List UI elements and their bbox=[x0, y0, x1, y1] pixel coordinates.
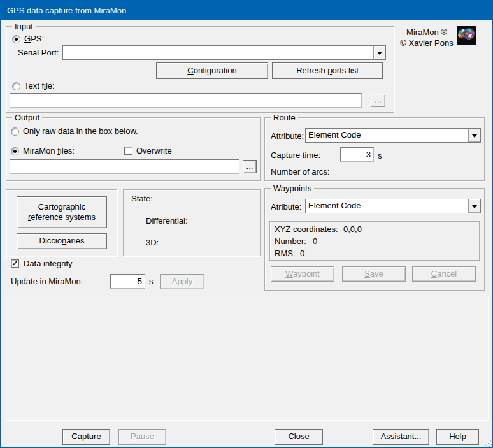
route-attribute-label: Attribute: bbox=[271, 131, 304, 141]
waypoints-group-title: Waypoints bbox=[271, 184, 314, 193]
browse-ellipsis-icon: ... bbox=[246, 161, 254, 171]
waypoint-button-label: Waypoint bbox=[285, 269, 320, 279]
overwrite-checkbox[interactable] bbox=[124, 147, 132, 155]
input-group-title: Input bbox=[12, 22, 36, 31]
refresh-ports-button[interactable]: Refresh ports list bbox=[272, 62, 383, 79]
help-button-label: Help bbox=[449, 431, 466, 442]
raw-data-radio[interactable] bbox=[11, 127, 19, 136]
rms-label: RMS: bbox=[275, 249, 296, 259]
threed-label: 3D: bbox=[146, 238, 159, 248]
miramon-files-radio-label[interactable]: MiraMon files: bbox=[23, 146, 75, 156]
text-file-input[interactable] bbox=[10, 93, 362, 108]
cartographic-reference-button-label: Cartographic reference systems bbox=[21, 202, 103, 223]
xyz-coordinates-label: XYZ coordinates: bbox=[275, 224, 338, 235]
state-label: State: bbox=[131, 194, 153, 204]
raw-data-radio-label[interactable]: Only raw data in the box below. bbox=[23, 126, 138, 136]
output-group-title: Output bbox=[12, 113, 42, 122]
chevron-down-icon bbox=[472, 205, 477, 211]
gps-radio-label[interactable]: GPS: bbox=[24, 34, 44, 44]
browse-ellipsis-icon: ... bbox=[375, 95, 382, 105]
gps-radio[interactable] bbox=[12, 35, 20, 43]
title-bar[interactable]: GPS data capture from MiraMon bbox=[1, 1, 492, 20]
capture-button-label: Capture bbox=[71, 431, 101, 442]
data-integrity-checkbox-label[interactable]: Data integrity bbox=[24, 259, 73, 269]
save-button[interactable]: Save bbox=[342, 266, 406, 282]
cartographic-reference-button[interactable]: Cartographic reference systems bbox=[17, 196, 107, 228]
number-of-arcs-label: Number of arcs: bbox=[271, 167, 329, 177]
route-attribute-value: Element Code bbox=[306, 129, 468, 142]
serial-port-combobox[interactable] bbox=[62, 45, 386, 60]
serial-port-value bbox=[63, 46, 373, 59]
dictionaries-button[interactable]: Diccionaries bbox=[17, 233, 107, 249]
overwrite-checkbox-label[interactable]: Overwrite bbox=[136, 146, 172, 156]
output-file-input[interactable] bbox=[10, 159, 239, 174]
chevron-down-icon bbox=[377, 52, 382, 57]
dictionaries-button-label: Diccionaries bbox=[39, 236, 85, 246]
update-in-miramon-label: Update in MiraMon: bbox=[11, 277, 83, 287]
waypoints-attribute-value: Element Code bbox=[306, 199, 468, 213]
output-browse-button[interactable]: ... bbox=[243, 160, 257, 173]
pause-button[interactable]: Pause bbox=[118, 429, 166, 445]
chevron-down-icon bbox=[472, 134, 477, 140]
waypoint-button[interactable]: Waypoint bbox=[271, 266, 334, 282]
capture-time-label: Capture time: bbox=[271, 150, 320, 161]
waypoints-attribute-combobox[interactable]: Element Code bbox=[305, 199, 481, 213]
refresh-ports-button-label: Refresh ports list bbox=[296, 66, 359, 76]
update-interval-units: s bbox=[149, 277, 154, 287]
route-group-title: Route bbox=[271, 113, 298, 122]
waypoint-number-value: 0 bbox=[313, 236, 317, 247]
branding-line1: MiraMon ® bbox=[399, 27, 454, 38]
text-file-radio-label[interactable]: Text file: bbox=[24, 81, 55, 91]
xyz-coordinates-value: 0,0,0 bbox=[343, 224, 362, 235]
dialog-window: GPS data capture from MiraMon Input GPS:… bbox=[0, 0, 493, 448]
checkmark-icon: ✓ bbox=[12, 260, 18, 267]
close-button[interactable]: Close bbox=[275, 429, 323, 445]
capture-time-input[interactable] bbox=[340, 147, 374, 162]
apply-button[interactable]: Apply bbox=[160, 274, 204, 289]
capture-time-units: s bbox=[378, 151, 382, 161]
window-title: GPS data capture from MiraMon bbox=[7, 6, 126, 15]
cancel-button[interactable]: Cancel bbox=[412, 266, 476, 282]
miramon-files-radio[interactable] bbox=[11, 147, 19, 155]
text-file-radio[interactable] bbox=[12, 82, 20, 90]
pause-button-label: Pause bbox=[131, 431, 154, 442]
differential-label: Differential: bbox=[146, 216, 188, 226]
log-textarea[interactable] bbox=[6, 296, 489, 421]
save-button-label: Save bbox=[364, 269, 383, 279]
close-button-label: Close bbox=[288, 431, 309, 442]
miramon-logo bbox=[457, 26, 476, 45]
serial-port-dropdown-button[interactable] bbox=[373, 46, 385, 59]
branding-line2: © Xavier Pons bbox=[399, 38, 454, 48]
cancel-button-label: Cancel bbox=[431, 269, 457, 279]
waypoints-attribute-dropdown-button[interactable] bbox=[468, 199, 480, 213]
configuration-button-label: Configuration bbox=[187, 66, 236, 76]
rms-value: 0 bbox=[300, 249, 304, 259]
configuration-button[interactable]: Configuration bbox=[156, 62, 268, 79]
assistant-button-label: Assistant... bbox=[381, 431, 422, 442]
text-file-browse-button[interactable]: ... bbox=[371, 94, 385, 107]
resize-grip-icon[interactable] bbox=[482, 437, 492, 447]
waypoints-attribute-label: Atribute: bbox=[271, 202, 301, 212]
route-attribute-dropdown-button[interactable] bbox=[468, 129, 480, 142]
help-button[interactable]: Help bbox=[436, 429, 479, 445]
capture-button[interactable]: Capture bbox=[62, 429, 110, 445]
data-integrity-checkbox[interactable]: ✓ bbox=[11, 259, 19, 268]
waypoint-number-label: Number: bbox=[275, 236, 306, 247]
assistant-button[interactable]: Assistant... bbox=[373, 429, 429, 445]
serial-port-label: Serial Port: bbox=[18, 48, 59, 58]
branding-text: MiraMon ® © Xavier Pons bbox=[399, 27, 454, 48]
apply-button-label: Apply bbox=[172, 277, 193, 287]
route-attribute-combobox[interactable]: Element Code bbox=[305, 128, 481, 143]
update-interval-input[interactable] bbox=[110, 274, 145, 289]
